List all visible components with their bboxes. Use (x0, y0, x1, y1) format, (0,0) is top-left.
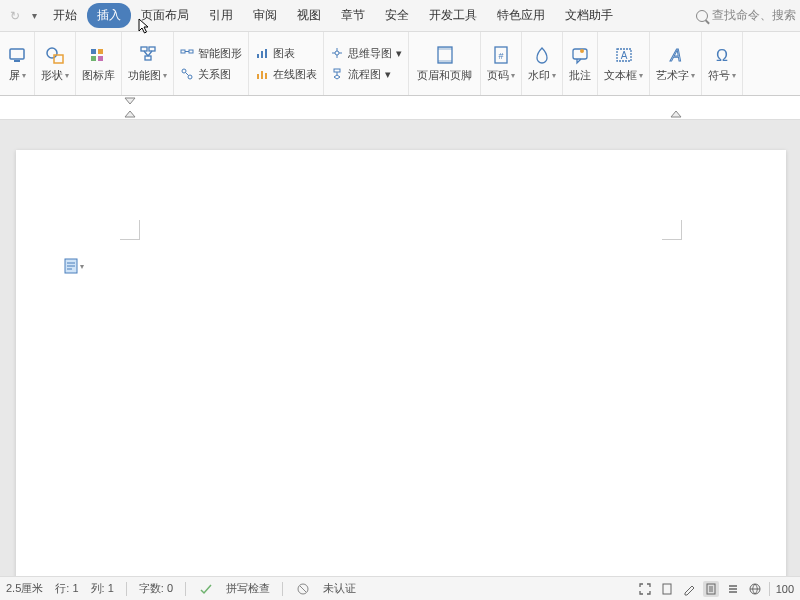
ribbon-watermark-label: 水印 (528, 68, 550, 83)
tab-chapter[interactable]: 章节 (331, 3, 375, 28)
tab-start[interactable]: 开始 (43, 3, 87, 28)
svg-rect-22 (334, 69, 340, 72)
right-indent-marker[interactable] (670, 110, 682, 118)
svg-rect-5 (98, 49, 103, 54)
svg-rect-11 (181, 50, 185, 53)
tab-dev-tools[interactable]: 开发工具 (419, 3, 487, 28)
smartart-icon (180, 46, 194, 60)
svg-point-21 (335, 51, 339, 55)
svg-rect-19 (261, 71, 263, 79)
status-auth[interactable]: 未认证 (323, 581, 356, 596)
ribbon-col-smart: 智能图形 关系图 (174, 32, 249, 95)
status-page-info[interactable]: 2.5厘米 (6, 581, 43, 596)
svg-text:Ω: Ω (716, 47, 728, 64)
ribbon-flowchart[interactable]: 流程图▾ (330, 67, 402, 82)
svg-text:A: A (620, 50, 627, 61)
chevron-down-icon: ▾ (552, 71, 556, 80)
svg-point-13 (182, 69, 186, 73)
mindmap-icon (330, 46, 344, 60)
ribbon-wordart[interactable]: A 艺术字▾ (650, 32, 702, 95)
tab-security[interactable]: 安全 (375, 3, 419, 28)
svg-rect-6 (91, 56, 96, 61)
view-edit-icon[interactable] (681, 581, 697, 597)
tab-review[interactable]: 审阅 (243, 3, 287, 28)
chevron-down-icon: ▾ (732, 71, 736, 80)
status-spellcheck[interactable]: 拼写检查 (226, 581, 270, 596)
chevron-down-icon: ▾ (396, 47, 402, 60)
ribbon-online-chart[interactable]: 在线图表 (255, 67, 317, 82)
qa-dropdown-icon[interactable]: ▾ (26, 10, 43, 21)
ribbon-chart[interactable]: 图表 (255, 46, 317, 61)
ribbon-col-chart: 图表 在线图表 (249, 32, 324, 95)
tab-references[interactable]: 引用 (199, 3, 243, 28)
ribbon-insert: 屏▾ 形状▾ 图标库 功能图▾ 智能图形 关系图 图表 在线图表 思维导图▾ 流… (0, 32, 800, 96)
online-chart-icon (255, 67, 269, 81)
ribbon-shape[interactable]: 形状▾ (35, 32, 76, 95)
ribbon-pagenum[interactable]: # 页码▾ (481, 32, 522, 95)
command-search[interactable]: 查找命令、搜索 (696, 7, 796, 24)
ribbon-textbox[interactable]: A 文本框▾ (598, 32, 650, 95)
svg-rect-12 (189, 50, 193, 53)
pagenum-icon: # (490, 44, 512, 66)
section-nav-icon[interactable]: ▾ (64, 258, 84, 274)
redo-icon[interactable]: ↻ (4, 9, 26, 23)
menu-bar: ↻ ▾ 开始 插入 页面布局 引用 审阅 视图 章节 安全 开发工具 特色应用 … (0, 0, 800, 32)
ribbon-symbol[interactable]: Ω 符号▾ (702, 32, 743, 95)
watermark-icon (531, 44, 553, 66)
separator (769, 582, 770, 596)
svg-rect-25 (438, 60, 452, 63)
tab-page-layout[interactable]: 页面布局 (131, 3, 199, 28)
ribbon-comment-label: 批注 (569, 68, 591, 83)
ribbon-mindmap[interactable]: 思维导图▾ (330, 46, 402, 61)
view-page-icon[interactable] (703, 581, 719, 597)
tab-doc-assistant[interactable]: 文档助手 (555, 3, 623, 28)
auth-icon (295, 581, 311, 597)
shape-icon (44, 44, 66, 66)
svg-rect-17 (265, 49, 267, 58)
ribbon-screen[interactable]: 屏▾ (0, 32, 35, 95)
status-zoom[interactable]: 100 (776, 583, 794, 595)
svg-rect-8 (141, 47, 147, 51)
fullscreen-icon[interactable] (637, 581, 653, 597)
tab-special-apps[interactable]: 特色应用 (487, 3, 555, 28)
margin-corner-tl (120, 220, 140, 240)
ribbon-iconlib[interactable]: 图标库 (76, 32, 122, 95)
svg-rect-24 (438, 47, 452, 50)
svg-text:#: # (498, 51, 503, 61)
ribbon-textbox-label: 文本框 (604, 68, 637, 83)
view-outline-icon[interactable] (725, 581, 741, 597)
status-col[interactable]: 列: 1 (91, 581, 114, 596)
ribbon-col-mind: 思维导图▾ 流程图▾ (324, 32, 409, 95)
tab-view[interactable]: 视图 (287, 3, 331, 28)
svg-rect-15 (257, 54, 259, 58)
chevron-down-icon: ▾ (691, 71, 695, 80)
tab-insert[interactable]: 插入 (87, 3, 131, 28)
status-wordcount[interactable]: 字数: 0 (139, 581, 173, 596)
screen-icon (6, 44, 28, 66)
textbox-icon: A (613, 44, 635, 66)
first-line-indent-marker[interactable] (124, 97, 136, 105)
svg-rect-16 (261, 51, 263, 58)
status-line[interactable]: 行: 1 (55, 581, 78, 596)
ribbon-smartart[interactable]: 智能图形 (180, 46, 242, 61)
svg-rect-10 (145, 56, 151, 60)
document-page[interactable]: ▾ (16, 150, 786, 580)
separator (282, 582, 283, 596)
ribbon-comment[interactable]: 批注 (563, 32, 598, 95)
horizontal-ruler[interactable] (0, 96, 800, 120)
hanging-indent-marker[interactable] (124, 110, 136, 118)
chevron-down-icon: ▾ (385, 68, 391, 81)
view-print-icon[interactable] (659, 581, 675, 597)
svg-rect-7 (98, 56, 103, 61)
ribbon-watermark[interactable]: 水印▾ (522, 32, 563, 95)
chart-icon (255, 46, 269, 60)
view-web-icon[interactable] (747, 581, 763, 597)
relation-icon (180, 67, 194, 81)
ribbon-funcchart[interactable]: 功能图▾ (122, 32, 174, 95)
chevron-down-icon: ▾ (22, 71, 26, 80)
ribbon-relation[interactable]: 关系图 (180, 67, 242, 82)
ribbon-screen-label: 屏 (9, 68, 20, 83)
ribbon-header-footer[interactable]: 页眉和页脚 (409, 32, 481, 95)
symbol-icon: Ω (711, 44, 733, 66)
svg-rect-36 (663, 584, 671, 594)
